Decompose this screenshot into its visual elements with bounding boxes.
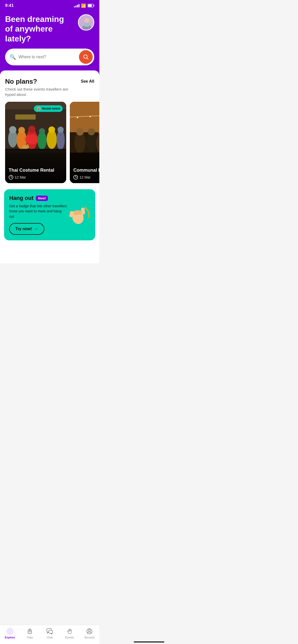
battery-icon: [88, 4, 94, 7]
status-icons: 📶: [74, 3, 94, 8]
main-content: No plans? Check out these events travell…: [0, 70, 99, 263]
header-title: Been dreaming of anywhere lately?: [5, 14, 71, 43]
svg-rect-12: [15, 114, 36, 120]
clock-icon-2: [73, 175, 78, 180]
status-bar: 9:41 📶: [0, 0, 99, 10]
no-plans-section-header: No plans? Check out these events travell…: [0, 70, 99, 97]
event-date-1: 12 Mar: [9, 175, 63, 180]
svg-point-18: [25, 134, 39, 144]
search-icon-left: 🔍: [10, 54, 16, 60]
section-title: No plans?: [5, 78, 71, 85]
wifi-icon: 📶: [81, 3, 86, 8]
svg-point-16: [18, 127, 25, 134]
svg-rect-2: [88, 5, 92, 7]
hangout-banner: Hang out New! Get a badge that lets othe…: [4, 189, 95, 240]
svg-point-4: [84, 18, 89, 23]
svg-point-14: [9, 126, 16, 133]
svg-point-40: [88, 128, 95, 135]
svg-rect-1: [94, 5, 94, 6]
event-date-2: 12 Mar: [73, 175, 99, 180]
header-top: Been dreaming of anywhere lately?: [5, 14, 94, 43]
search-button[interactable]: [79, 50, 93, 64]
event-card-2[interactable]: 🏡 Free event Communal Dinner 12 Mar: [70, 102, 99, 183]
hangout-description: Get a badge that lets other travellers k…: [9, 203, 67, 219]
hangout-title: Hang out: [9, 195, 33, 201]
new-badge: New!: [36, 196, 48, 201]
header: Been dreaming of anywhere lately? 🔍: [0, 10, 99, 76]
search-input[interactable]: [19, 55, 79, 59]
clock-icon-1: [9, 175, 13, 180]
see-all-button[interactable]: See All: [81, 78, 94, 84]
svg-rect-6: [84, 23, 89, 27]
section-subtitle: Check out these events travellers are hy…: [5, 86, 71, 97]
event-card-1[interactable]: 🏨 Hostel event Thai Costume Rental 12 Ma…: [5, 102, 66, 183]
event-title-2: Communal Dinner: [73, 168, 99, 173]
svg-point-33: [77, 117, 78, 118]
event-title-1: Thai Costume Rental: [9, 168, 63, 173]
svg-point-38: [76, 128, 84, 136]
svg-point-19: [28, 126, 35, 133]
avatar[interactable]: [78, 14, 94, 31]
svg-point-34: [89, 116, 91, 117]
status-time: 9:41: [5, 3, 14, 8]
search-bar[interactable]: 🔍: [5, 49, 94, 65]
svg-point-23: [48, 126, 55, 133]
svg-line-8: [87, 58, 88, 59]
events-scroll: 🏨 Hostel event Thai Costume Rental 12 Ma…: [0, 97, 99, 183]
try-now-button[interactable]: Try now! →: [9, 223, 44, 235]
svg-point-25: [58, 127, 64, 133]
svg-point-27: [26, 144, 29, 147]
shaka-hand-icon: [67, 203, 90, 226]
event-badge-1: 🏨 Hostel event: [34, 105, 63, 112]
signal-icon: [74, 4, 79, 7]
svg-point-21: [39, 128, 45, 134]
